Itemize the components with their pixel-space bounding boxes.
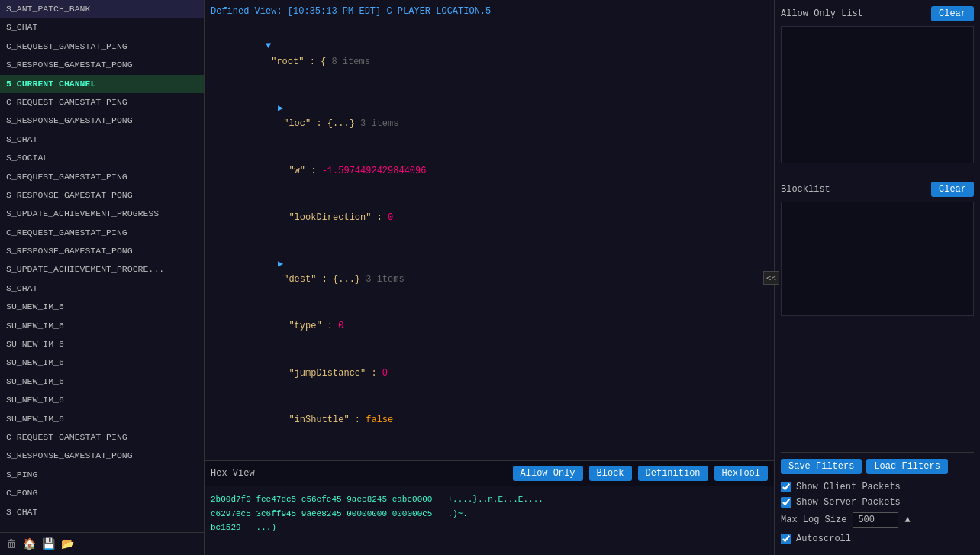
allow-only-section: Allow Only List Clear <box>781 6 974 173</box>
sidebar-item-s_ant_patch_bank[interactable]: S_ANT_PATCH_BANK <box>0 0 204 18</box>
hex-ascii: .)~. <box>447 507 467 521</box>
sidebar-item-s_chat_4[interactable]: S_CHAT <box>0 503 204 521</box>
sidebar-item-su_new_im_6_6[interactable]: SU_NEW_IM_6 <box>0 391 204 409</box>
autoscroll-checkbox[interactable] <box>781 534 791 544</box>
autoscroll-row: Autoscroll <box>781 534 974 544</box>
hex-row: 2b00d7f0 fee47dc5 c56efe45 9aee8245 eabe… <box>211 492 768 507</box>
sidebar-item-su_new_im_6_1[interactable]: SU_NEW_IM_6 <box>0 298 204 316</box>
sidebar-item-s_response_gamestat_pong_5[interactable]: S_RESPONSE_GAMESTAT_PONG <box>0 447 204 465</box>
sidebar-item-s_response_gamestat_pong_4[interactable]: S_RESPONSE_GAMESTAT_PONG <box>0 242 204 260</box>
sidebar-bottom: 🗑 🏠 💾 📂 <box>0 532 204 555</box>
allow-only-clear-button[interactable]: Clear <box>931 6 974 21</box>
json-jumpdistance: "jumpDistance" : 0 <box>211 350 768 396</box>
json-content: ▼ "root" : { 8 items ▶ "loc" : {...} 3 i… <box>211 23 768 460</box>
hex-content: 2b00d7f0 fee47dc5 c56efe45 9aee8245 eabe… <box>205 486 774 555</box>
sidebar-item-s_response_gamestat_pong_2[interactable]: S_RESPONSE_GAMESTAT_PONG <box>0 111 204 130</box>
max-log-size-label: Max Log Size <box>781 515 846 525</box>
hex-toolbar: Hex View Allow Only Block Definition Hex… <box>205 461 774 486</box>
sidebar-item-s_update_achievement_progress_2[interactable]: S_UPDATE_ACHIEVEMENT_PROGRE... <box>0 260 204 279</box>
allow-only-button[interactable]: Allow Only <box>513 466 583 481</box>
sidebar-item-c_request_gamestat_ping_4[interactable]: C_REQUEST_GAMESTAT_PING <box>0 224 204 242</box>
block-button[interactable]: Block <box>589 466 632 481</box>
show-client-packets-checkbox[interactable] <box>781 482 791 492</box>
autoscroll-label: Autoscroll <box>796 534 851 544</box>
right-panel: Allow Only List Clear Blocklist Clear Sa… <box>774 0 980 555</box>
sidebar-item-s_chat_3[interactable]: S_CHAT <box>0 279 204 298</box>
max-log-size-arrow: ▲ <box>904 515 910 525</box>
save-filters-button[interactable]: Save Filters <box>781 459 862 474</box>
hex-panel: Hex View Allow Only Block Definition Hex… <box>205 460 774 555</box>
sidebar-item-s_update_achievement_progress_1[interactable]: S_UPDATE_ACHIEVEMENT_PROGRESS <box>0 205 204 223</box>
max-log-row: Max Log Size ▲ <box>781 512 974 528</box>
json-loc: ▶ "loc" : {...} 3 items <box>211 86 768 148</box>
defined-view: Defined View: [10:35:13 PM EDT] C_PLAYER… <box>205 0 774 460</box>
sidebar-item-c_request_gamestat_ping_5[interactable]: C_REQUEST_GAMESTAT_PING <box>0 428 204 447</box>
sidebar-item-s_response_gamestat_pong_3[interactable]: S_RESPONSE_GAMESTAT_PONG <box>0 186 204 205</box>
allow-only-header: Allow Only List Clear <box>781 6 974 21</box>
hex-row: bc1529...) <box>211 521 768 535</box>
sidebar-item-c_request_gamestat_ping_2[interactable]: C_REQUEST_GAMESTAT_PING <box>0 93 204 111</box>
allow-only-title: Allow Only List <box>781 8 863 19</box>
json-inshuttle: "inShuttle" : false <box>211 396 768 443</box>
blocklist-title: Blocklist <box>781 184 830 195</box>
allow-only-area <box>781 26 974 163</box>
home-icon[interactable]: 🏠 <box>23 537 36 550</box>
sidebar-collapse-button[interactable]: << <box>763 271 779 285</box>
blocklist-section: Blocklist Clear <box>781 182 974 325</box>
hex-bytes: bc1529 <box>211 521 241 535</box>
hex-ascii: +....}..n.E...E.... <box>447 492 543 507</box>
sidebar-item-su_new_im_6_3[interactable]: SU_NEW_IM_6 <box>0 335 204 353</box>
content-area: Defined View: [10:35:13 PM EDT] C_PLAYER… <box>205 0 774 555</box>
filter-buttons: Save Filters Load Filters <box>781 459 974 474</box>
sidebar-item-s_chat_1[interactable]: S_CHAT <box>0 18 204 37</box>
json-time: "time" : 689290437 <box>211 444 768 460</box>
hextool-button[interactable]: HexTool <box>714 466 768 481</box>
hex-ascii: ...) <box>256 521 276 535</box>
hex-row: c6297ec5 3c6ff945 9aee8245 00000000 0000… <box>211 507 768 521</box>
show-server-packets-checkbox[interactable] <box>781 497 791 508</box>
sidebar-list: S_ANT_PATCH_BANKS_CHATC_REQUEST_GAMESTAT… <box>0 0 204 532</box>
json-dest: ▶ "dest" : {...} 3 items <box>211 240 768 303</box>
max-log-size-input[interactable] <box>853 512 898 528</box>
sidebar-item-s_response_gamestat_pong_1[interactable]: S_RESPONSE_GAMESTAT_PONG <box>0 56 204 74</box>
json-collapse-root[interactable]: ▼ <box>266 40 271 51</box>
show-server-packets-label: Show Server Packets <box>796 497 901 508</box>
json-lookdirection: "lookDirection" : 0 <box>211 194 768 240</box>
json-type: "type" : 0 <box>211 303 768 350</box>
sidebar-item-su_new_im_6_5[interactable]: SU_NEW_IM_6 <box>0 373 204 391</box>
sidebar-item-s_chat_2[interactable]: S_CHAT <box>0 131 204 149</box>
defined-view-title: Defined View: [10:35:13 PM EDT] C_PLAYER… <box>211 6 768 17</box>
save-icon[interactable]: 💾 <box>42 537 55 550</box>
json-root: ▼ "root" : { 8 items <box>211 23 768 86</box>
show-client-packets-label: Show Client Packets <box>796 482 901 492</box>
hex-bytes: 2b00d7f0 fee47dc5 c56efe45 9aee8245 eabe… <box>211 492 432 507</box>
hex-bytes: c6297ec5 3c6ff945 9aee8245 00000000 0000… <box>211 507 432 521</box>
sidebar-item-s_ping[interactable]: S_PING <box>0 466 204 484</box>
sidebar-item-c_request_gamestat_ping_3[interactable]: C_REQUEST_GAMESTAT_PING <box>0 168 204 186</box>
show-client-packets-row: Show Client Packets <box>781 482 974 492</box>
sidebar-item-s_social[interactable]: S_SOCIAL <box>0 149 204 167</box>
hex-view-label: Hex View <box>211 468 255 479</box>
json-collapse-loc[interactable]: ▶ <box>278 103 283 114</box>
load-filters-button[interactable]: Load Filters <box>866 459 947 474</box>
folder-icon[interactable]: 📂 <box>61 537 74 550</box>
blocklist-area <box>781 202 974 316</box>
sidebar: S_ANT_PATCH_BANKS_CHATC_REQUEST_GAMESTAT… <box>0 0 205 555</box>
trash-icon[interactable]: 🗑 <box>6 538 17 550</box>
sidebar-item-su_new_im_6_4[interactable]: SU_NEW_IM_6 <box>0 353 204 372</box>
sidebar-item-s_current_channel[interactable]: 5 CURRENT CHANNEL <box>0 75 204 93</box>
definition-button[interactable]: Definition <box>638 466 708 481</box>
json-w: "w" : -1.5974492429844096 <box>211 147 768 194</box>
right-bottom: Save Filters Load Filters Show Client Pa… <box>781 452 974 549</box>
sidebar-item-su_new_im_6_2[interactable]: SU_NEW_IM_6 <box>0 317 204 335</box>
blocklist-clear-button[interactable]: Clear <box>931 182 974 197</box>
sidebar-item-c_request_gamestat_ping_1[interactable]: C_REQUEST_GAMESTAT_PING <box>0 37 204 56</box>
blocklist-header: Blocklist Clear <box>781 182 974 197</box>
main-layout: S_ANT_PATCH_BANKS_CHATC_REQUEST_GAMESTAT… <box>0 0 980 555</box>
show-server-packets-row: Show Server Packets <box>781 497 974 508</box>
json-collapse-dest[interactable]: ▶ <box>278 259 283 269</box>
sidebar-item-c_pong[interactable]: C_PONG <box>0 484 204 502</box>
sidebar-item-su_new_im_6_7[interactable]: SU_NEW_IM_6 <box>0 410 204 428</box>
